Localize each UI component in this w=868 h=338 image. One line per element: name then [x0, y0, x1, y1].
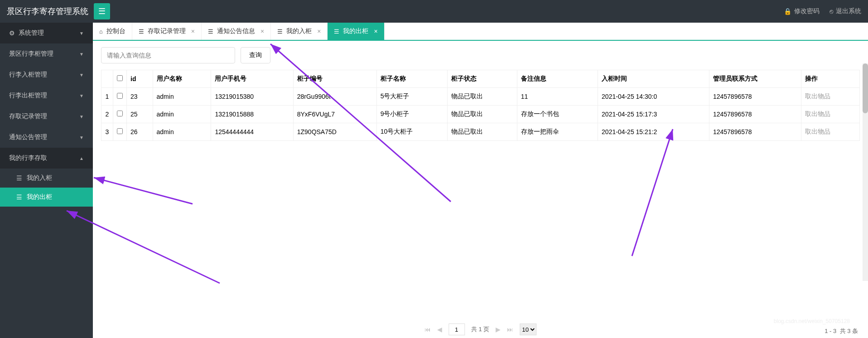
tab-1[interactable]: ☰存取记录管理×	[132, 23, 202, 40]
sidebar-sub-label: 我的入柜	[27, 174, 52, 182]
col-header-8: 备注信息	[517, 70, 598, 88]
cell: 取出物品	[801, 123, 860, 141]
close-icon[interactable]: ×	[191, 28, 195, 35]
last-page-button[interactable]: ⏭	[507, 326, 513, 333]
data-table: id用户名称用户手机号柜子编号柜子名称柜子状态备注信息入柜时间管理员联系方式操作…	[101, 70, 860, 141]
change-password-button[interactable]: 🔒 修改密码	[784, 7, 820, 15]
pager: ⏮ ◀ 共 1 页 ▶ ⏭ 10	[424, 324, 536, 335]
list-icon: ☰	[139, 28, 144, 35]
sidebar-toggle-button[interactable]: ☰	[94, 3, 110, 19]
bars-icon: ☰	[98, 6, 106, 16]
pager-summary: 1 - 3 共 3 条	[825, 327, 858, 335]
take-out-button[interactable]: 取出物品	[805, 92, 830, 100]
cell: 1Z90QSA75D	[293, 123, 376, 141]
close-icon[interactable]: ×	[374, 28, 377, 35]
sidebar-item-0[interactable]: ⚙系统管理▼	[0, 23, 93, 43]
sidebar-sub-label: 我的出柜	[27, 193, 52, 201]
cell: 2021-04-25 15:21:2	[598, 123, 709, 141]
chevron-up-icon: ▲	[79, 156, 84, 161]
tab-label: 通知公告信息	[217, 27, 255, 35]
col-header-0	[101, 70, 113, 88]
sidebar-item-label: 景区行李柜管理	[9, 50, 53, 58]
logout-button[interactable]: ⎋ 退出系统	[829, 7, 861, 15]
cell	[113, 88, 127, 106]
close-icon[interactable]: ×	[260, 28, 264, 35]
prev-page-button[interactable]: ◀	[437, 326, 442, 333]
cell: 28rGu9906t	[293, 88, 376, 106]
tab-label: 存取记录管理	[148, 27, 186, 35]
chevron-down-icon: ▼	[79, 114, 84, 119]
sidebar-item-6[interactable]: 我的行李存取▲	[0, 148, 93, 169]
next-page-button[interactable]: ▶	[496, 326, 501, 333]
first-page-button[interactable]: ⏮	[424, 326, 431, 333]
cell: 5号大柜子	[376, 88, 447, 106]
tab-label: 我的出柜	[343, 27, 368, 35]
sidebar-item-label: 系统管理	[19, 29, 44, 37]
query-button[interactable]: 查询	[241, 47, 270, 63]
tab-4[interactable]: ☰我的出柜×	[328, 23, 384, 40]
take-out-button[interactable]: 取出物品	[805, 128, 830, 135]
cell: admin	[153, 123, 211, 141]
search-input[interactable]	[101, 47, 235, 63]
gear-icon: ⚙	[9, 29, 15, 37]
sidebar-item-label: 存取记录管理	[9, 112, 47, 121]
cell: 12457896578	[709, 123, 801, 141]
cell: 26	[127, 123, 153, 141]
tab-label: 我的入柜	[286, 27, 312, 35]
sidebar-item-label: 行李入柜管理	[9, 71, 47, 79]
cell: 物品已取出	[448, 106, 517, 123]
list-icon: ☰	[16, 193, 22, 201]
sidebar-item-label: 通知公告管理	[9, 133, 47, 141]
cell: 取出物品	[801, 106, 860, 123]
cell: 2021-04-25 15:17:3	[598, 106, 709, 123]
scrollbar-thumb[interactable]	[863, 63, 868, 113]
cell: 2	[101, 106, 113, 123]
tab-2[interactable]: ☰通知公告信息×	[202, 23, 271, 40]
sidebar-sub-1[interactable]: ☰我的出柜	[0, 188, 93, 207]
cell: 11	[517, 88, 598, 106]
cell: 存放一个书包	[517, 106, 598, 123]
select-all-checkbox[interactable]	[117, 75, 123, 81]
sidebar-item-label: 行李出柜管理	[9, 92, 47, 100]
row-checkbox[interactable]	[117, 128, 123, 134]
page-input[interactable]	[448, 324, 465, 335]
sidebar-item-3[interactable]: 行李出柜管理▼	[0, 85, 93, 106]
cell: 1	[101, 88, 113, 106]
tab-label: 控制台	[106, 27, 125, 35]
sidebar: ⚙系统管理▼景区行李柜管理▼行李入柜管理▼行李出柜管理▼存取记录管理▼通知公告管…	[0, 23, 93, 338]
svg-line-1	[94, 178, 193, 204]
col-header-5: 柜子编号	[293, 70, 376, 88]
cell: 8YxF6VUgL7	[293, 106, 376, 123]
tabbar: ⌂控制台☰存取记录管理×☰通知公告信息×☰我的入柜×☰我的出柜×	[93, 23, 868, 41]
chevron-down-icon: ▼	[79, 135, 84, 140]
sidebar-item-1[interactable]: 景区行李柜管理▼	[0, 43, 93, 64]
page-title: 景区行李寄存管理系统	[7, 6, 88, 17]
sidebar-sub-0[interactable]: ☰我的入柜	[0, 169, 93, 188]
sidebar-item-5[interactable]: 通知公告管理▼	[0, 127, 93, 148]
col-header-2: id	[127, 70, 153, 88]
watermark: blog.csdn.net/weixin_50705128	[774, 318, 850, 324]
chevron-down-icon: ▼	[79, 31, 84, 36]
row-checkbox[interactable]	[117, 111, 123, 116]
sidebar-item-label: 我的行李存取	[9, 154, 47, 162]
tab-0[interactable]: ⌂控制台	[93, 23, 132, 40]
close-icon[interactable]: ×	[317, 28, 321, 35]
cell: admin	[153, 106, 211, 123]
col-header-7: 柜子状态	[448, 70, 517, 88]
sidebar-item-4[interactable]: 存取记录管理▼	[0, 106, 93, 127]
chevron-down-icon: ▼	[79, 52, 84, 57]
cell: 9号小柜子	[376, 106, 447, 123]
take-out-button[interactable]: 取出物品	[805, 110, 830, 117]
row-checkbox[interactable]	[117, 93, 123, 99]
cell: 物品已取出	[448, 88, 517, 106]
tab-3[interactable]: ☰我的入柜×	[271, 23, 328, 40]
list-icon: ☰	[334, 28, 339, 35]
sidebar-item-2[interactable]: 行李入柜管理▼	[0, 64, 93, 85]
cell: 12457896578	[709, 88, 801, 106]
cell: 25	[127, 106, 153, 123]
main-panel: ⌂控制台☰存取记录管理×☰通知公告信息×☰我的入柜×☰我的出柜× 查询 id用户…	[93, 23, 868, 338]
page-size-select[interactable]: 10	[520, 324, 536, 335]
table-row: 123admin1321901538028rGu9906t5号大柜子物品已取出1…	[101, 88, 860, 106]
cell: 12544444444	[211, 123, 293, 141]
cell: 3	[101, 123, 113, 141]
